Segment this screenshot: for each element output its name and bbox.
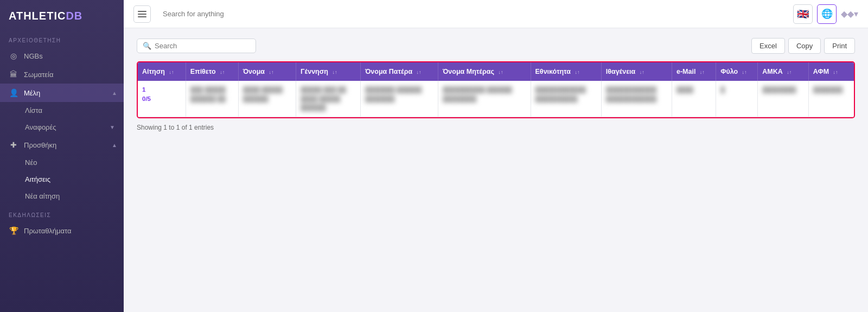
sort-icon-onoma: ↓↑	[269, 69, 274, 75]
export-buttons: Excel Copy Print	[751, 38, 855, 54]
nea-aithsh-label: Νέα αίτηση	[25, 192, 60, 200]
col-amka[interactable]: ΑΜΚΑ ↓↑	[758, 62, 808, 81]
aithseis-label: Αιτήσεις	[25, 175, 50, 183]
sort-icon-fylo: ↓↑	[742, 69, 747, 75]
diamond-icon: ◆◆▾	[841, 9, 858, 19]
menu-line3	[138, 16, 146, 17]
logo-db: DB	[66, 10, 82, 22]
chevron-up-icon2: ▲	[112, 142, 117, 148]
globe-button[interactable]: 🌐	[817, 4, 837, 24]
sort-icon-gennhsh: ↓↑	[332, 69, 337, 75]
section-label-arxeio: ΑΡΧΕΙΟΘΕΤΗΣΗ	[0, 30, 124, 47]
sidebar-item-swmateía[interactable]: 🏛 Σωματεία	[0, 65, 124, 84]
data-table: Αίτηση ↓↑ Επίθετο ↓↑ Όνομα ↓↑ Γέννηση	[138, 62, 854, 117]
chevron-up-icon: ▲	[112, 90, 117, 96]
sort-icon-aithsh: ↓↑	[169, 69, 174, 75]
cell-amka: ████████	[758, 81, 808, 117]
col-fylo[interactable]: Φύλο ↓↑	[716, 62, 758, 81]
language-flag-button[interactable]: 🇬🇧	[793, 4, 813, 24]
sidebar-item-label: NGBs	[24, 52, 43, 60]
col-ithagenia[interactable]: Ιθαγένεια ↓↑	[601, 62, 672, 81]
sort-icon-patera: ↓↑	[417, 69, 422, 75]
col-onoma-patera[interactable]: Όνομα Πατέρα ↓↑	[361, 62, 438, 81]
melh-submenu: Λίστα Αναφορές ▼	[0, 102, 124, 136]
neo-label: Νέο	[25, 158, 37, 167]
col-afm[interactable]: ΑΦΜ ↓↑	[808, 62, 854, 81]
col-onoma-miteras[interactable]: Όνομα Μητέρας ↓↑	[438, 62, 531, 81]
topbar-right: 🇬🇧 🌐 ◆◆▾	[793, 4, 858, 24]
col-ethnikotita[interactable]: Εθνικότητα ↓↑	[531, 62, 601, 81]
main-area: 🇬🇧 🌐 ◆◆▾ 🔍 Excel Copy Print	[124, 0, 868, 312]
content-area: 🔍 Excel Copy Print Αίτηση ↓↑	[124, 28, 868, 312]
table-search-input[interactable]	[155, 42, 250, 50]
sidebar-subitem-lista[interactable]: Λίστα	[0, 102, 124, 119]
sort-icon-miteras: ↓↑	[498, 69, 503, 75]
prosthikh-submenu: Νέο Αιτήσεις Νέα αίτηση	[0, 154, 124, 205]
sidebar-item-protathlimata[interactable]: 🏆 Πρωταθλήματα	[0, 221, 124, 240]
search-export-row: 🔍 Excel Copy Print	[137, 38, 855, 54]
cell-aithsh: 10/5	[138, 81, 186, 117]
sidebar-item-label: Μέλη	[24, 89, 40, 97]
ngbs-icon: ◎	[9, 52, 18, 60]
sidebar-subitem-neo[interactable]: Νέο	[0, 154, 124, 171]
anafores-label: Αναφορές	[25, 123, 56, 131]
table-body: 10/5 ███ ███████████ ██ ████ ███████████…	[138, 81, 854, 117]
melh-icon: 👤	[9, 88, 18, 97]
protathlimata-icon: 🏆	[9, 226, 18, 235]
menu-button[interactable]	[133, 5, 151, 23]
sidebar-item-prosthikh[interactable]: ✚ Προσθήκη ▲	[0, 136, 124, 154]
table-header: Αίτηση ↓↑ Επίθετο ↓↑ Όνομα ↓↑ Γέννηση	[138, 62, 854, 81]
data-table-wrapper: Αίτηση ↓↑ Επίθετο ↓↑ Όνομα ↓↑ Γέννηση	[137, 61, 855, 118]
sidebar-item-label: Σωματεία	[24, 71, 54, 79]
excel-button[interactable]: Excel	[751, 38, 785, 54]
sidebar-subitem-anafores[interactable]: Αναφορές ▼	[0, 119, 124, 136]
lista-label: Λίστα	[25, 106, 42, 114]
section-label-ekdhl: ΕΚΔΗΛΩΣΕΙΣ	[0, 205, 124, 221]
cell-ithagenia: ████████████████████████	[601, 81, 672, 117]
chevron-down-icon: ▼	[110, 124, 115, 130]
cell-onoma: ████ ███████████	[238, 81, 296, 117]
search-icon: 🔍	[143, 42, 151, 50]
sort-icon-ithagenia: ↓↑	[640, 69, 644, 75]
print-button[interactable]: Print	[824, 38, 855, 54]
copy-button[interactable]: Copy	[788, 38, 821, 54]
entries-info: Showing 1 to 1 of 1 entries	[137, 124, 855, 131]
swmateía-icon: 🏛	[9, 70, 18, 79]
sort-icon-ethnikotita: ↓↑	[575, 69, 580, 75]
app-logo: ATHLETICDB	[0, 0, 124, 30]
topbar-search-input[interactable]	[157, 7, 787, 21]
cell-afm: ███████	[808, 81, 854, 117]
cell-gennhsh: █████ ███ ██████ ███████████	[296, 81, 361, 117]
topbar: 🇬🇧 🌐 ◆◆▾	[124, 0, 868, 28]
sidebar-item-ngbs[interactable]: ◎ NGBs	[0, 47, 124, 65]
col-aithsh[interactable]: Αίτηση ↓↑	[138, 62, 186, 81]
search-box: 🔍	[137, 39, 256, 53]
menu-line2	[138, 14, 146, 15]
sort-icon-epitheto: ↓↑	[220, 69, 225, 75]
sidebar-item-label: Προσθήκη	[24, 141, 56, 149]
col-onoma[interactable]: Όνομα ↓↑	[238, 62, 296, 81]
cell-ethnikotita: ██████████████████████	[531, 81, 601, 117]
cell-email: ████	[672, 81, 716, 117]
cell-onoma-patera: ███████ █████████████	[361, 81, 438, 117]
col-email[interactable]: e-Mail ↓↑	[672, 62, 716, 81]
table-row[interactable]: 10/5 ███ ███████████ ██ ████ ███████████…	[138, 81, 854, 117]
cell-fylo: █	[716, 81, 758, 117]
sort-icon-email: ↓↑	[700, 69, 705, 75]
col-epitheto[interactable]: Επίθετο ↓↑	[186, 62, 238, 81]
sidebar-subitem-nea-aithsh[interactable]: Νέα αίτηση	[0, 188, 124, 205]
sort-icon-afm: ↓↑	[833, 69, 838, 75]
sidebar-item-melh[interactable]: 👤 Μέλη ▲	[0, 84, 124, 102]
cell-onoma-miteras: ██████████ ██████████████	[438, 81, 531, 117]
sidebar-item-label: Πρωταθλήματα	[24, 227, 71, 235]
sidebar-subitem-aithseis[interactable]: Αιτήσεις	[0, 171, 124, 188]
cell-epitheto: ███ ███████████ ██	[186, 81, 238, 117]
sort-icon-amka: ↓↑	[787, 69, 792, 75]
sidebar: ATHLETICDB ΑΡΧΕΙΟΘΕΤΗΣΗ ◎ NGBs 🏛 Σωματεί…	[0, 0, 124, 312]
logo-athletic: ATHLETIC	[9, 10, 66, 22]
prosthikh-icon: ✚	[9, 141, 18, 149]
col-gennhsh[interactable]: Γέννηση ↓↑	[296, 62, 361, 81]
menu-line1	[138, 11, 146, 12]
